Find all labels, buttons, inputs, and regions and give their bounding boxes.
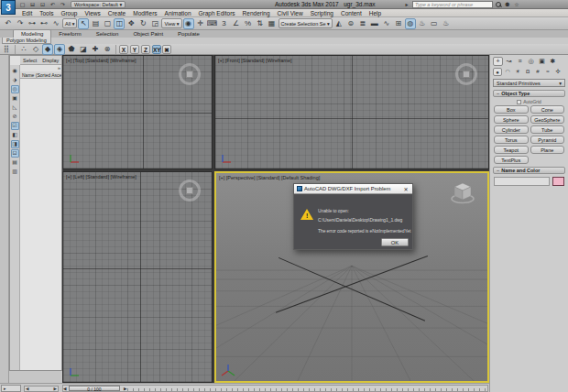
explorer-horizontal-scrollbar[interactable]: ◀ ▶ [24,386,59,392]
primitive-button[interactable]: Cylinder [494,125,529,134]
layer-manager-icon[interactable]: ≣ [357,18,368,29]
ribbon-tab[interactable]: Selection [89,30,126,38]
subobject-element-icon[interactable]: ⬟ [66,44,77,55]
window-crossing-icon[interactable]: ◫ [114,18,125,29]
search-collapse-icon[interactable]: ▸ [403,1,410,8]
create-tab-icon[interactable]: + [493,57,503,66]
display-objects-icon[interactable]: ⬗ [11,76,19,84]
viewport-front-label[interactable]: [+] [Front] [Standard] [Wireframe] [218,58,292,63]
select-and-rotate-icon[interactable]: ↻ [137,18,148,29]
helpers-category-icon[interactable]: # [533,68,542,76]
display-helpers-icon[interactable]: ⊘ [11,113,19,121]
display-cameras-icon[interactable]: ◺ [11,103,19,112]
dialog-title-bar[interactable]: AutoCAD DWG/DXF Import Problem ✕ [294,184,412,194]
menu-item[interactable]: Group [57,10,81,16]
named-selection-sets-dropdown[interactable]: Create Selection Se ▾ [279,18,333,28]
object-type-rollout-header[interactable]: −Object Type [493,90,565,97]
display-layers-icon[interactable]: ▥ [11,168,19,176]
subobject-border-icon[interactable]: ◆ [42,44,53,55]
restrict-plane-button[interactable]: XY [152,45,161,54]
primitive-button[interactable]: Plane [530,146,565,154]
menu-item[interactable]: Modifiers [129,10,160,16]
menu-item[interactable]: Help [366,10,385,16]
primitive-button[interactable]: Cone [530,105,565,114]
search-icon[interactable] [495,1,502,8]
application-menu-button[interactable]: 3 [1,0,16,15]
subobject-edge-icon[interactable]: ◇ [30,44,41,55]
select-object-icon[interactable]: ↖ [78,18,89,29]
explorer-menu-item[interactable]: Display [39,58,61,63]
display-frozen-icon[interactable]: ⊡ [11,149,19,158]
ribbon-tab[interactable]: Freeform [51,30,88,38]
angle-snap-icon[interactable]: ∠ [231,18,242,29]
motion-tab-icon[interactable]: ◎ [526,57,536,66]
keyboard-shortcut-override-icon[interactable]: ⌨ [207,18,218,29]
menu-item[interactable]: Views [81,10,104,16]
viewcube-3d-icon[interactable] [449,180,476,206]
material-editor-icon[interactable]: ◍ [405,18,416,29]
menu-item[interactable]: Scripting [307,10,337,16]
modify-tab-icon[interactable]: ↝ [504,57,514,66]
display-hidden-icon[interactable]: ▤ [11,158,19,167]
percent-snap-icon[interactable]: % [243,18,254,29]
restrict-none-button[interactable]: ✖ [162,45,171,54]
viewport-perspective-label[interactable]: [+] [Perspective] [Standard] [Default Sh… [219,175,320,180]
display-containers-icon[interactable]: ◨ [11,140,19,148]
viewport-left[interactable]: [+] [Left] [Standard] [Wireframe] [62,171,213,383]
utilities-tab-icon[interactable]: ✱ [548,57,558,66]
use-pivot-point-center-icon[interactable]: ◉ [183,18,194,29]
primitive-button[interactable]: Tube [530,125,565,134]
menu-item[interactable]: Rendering [239,10,274,16]
viewport-layout-tab-bar[interactable] [0,55,9,392]
scroll-left-icon[interactable]: ◀ [26,387,28,391]
menu-item[interactable]: Graph Editors [195,10,239,16]
edit-named-selection-sets-icon[interactable]: ▦ [267,18,278,29]
menu-item[interactable]: Content [337,10,366,16]
ribbon-toggle-icon[interactable]: ▬ [369,18,380,29]
unlink-selection-icon[interactable]: ⊷ [38,18,49,29]
bind-to-space-warp-icon[interactable]: ∿ [50,18,61,29]
restrict-z-button[interactable]: Z [141,45,150,54]
previous-frame-icon[interactable]: ◀ [63,387,66,391]
preview-selection-icon[interactable]: ✚ [90,44,101,55]
save-file-icon[interactable]: ⊡ [38,1,47,8]
explorer-overflow-icon[interactable]: » [58,65,60,71]
sign-in-icon[interactable]: ⚉ [504,1,511,8]
redo-quick-icon[interactable]: ↷ [59,1,67,8]
viewcube-icon[interactable] [179,63,201,85]
geometry-category-icon[interactable]: ● [493,68,502,76]
viewport-top-label[interactable]: [+] [Top] [Standard] [Wireframe] [66,58,137,63]
viewcube-icon[interactable] [179,180,201,201]
time-slider-handle[interactable]: 0 / 100 [69,386,120,391]
select-and-link-icon[interactable]: ⊶ [27,18,38,29]
primitive-type-dropdown[interactable]: Standard Primitives ▾ [493,79,565,87]
primitive-button[interactable]: Sphere [494,115,529,124]
autogrid-checkbox[interactable] [517,100,521,104]
schematic-view-icon[interactable]: ⊞ [393,18,404,29]
undo-quick-icon[interactable]: ↶ [49,1,57,8]
display-lights-icon[interactable]: ▣ [11,94,19,103]
primitive-button[interactable]: GeoSphere [530,115,565,124]
name-color-rollout-header[interactable]: −Name and Color [493,167,565,174]
favorites-star-icon[interactable]: ☆ [513,1,520,8]
pivot-mode-icon[interactable]: ◪ [78,44,89,55]
time-slider-track[interactable]: ◀ 0 / 100 ▶ [62,385,488,392]
undo-icon[interactable]: ↶ [3,18,14,29]
primitive-button[interactable]: Pyramid [530,136,565,144]
render-production-icon[interactable]: ♨ [441,18,452,29]
render-setup-icon[interactable]: ♨ [417,18,428,29]
primitive-button[interactable]: Box [494,105,529,114]
display-shapes-icon[interactable]: ◎ [11,85,19,93]
selection-filter-dropdown[interactable]: All ▾ [62,18,77,28]
primitive-button[interactable]: Teapot [494,146,529,154]
select-and-manipulate-icon[interactable]: ✛ [195,18,206,29]
shapes-category-icon[interactable]: ◠ [503,68,512,76]
align-icon[interactable]: ⊜ [345,18,356,29]
ribbon-grid-icon[interactable]: ⣿ [1,44,12,55]
ribbon-tab[interactable]: Modeling [13,29,51,38]
systems-category-icon[interactable]: ✣ [553,68,563,76]
select-and-scale-icon[interactable]: ◲ [149,18,160,29]
mirror-icon[interactable]: ◭ [333,18,344,29]
keyword-search-input[interactable]: Type a keyword or phrase [412,1,493,8]
primitive-button[interactable]: Torus [494,136,529,144]
